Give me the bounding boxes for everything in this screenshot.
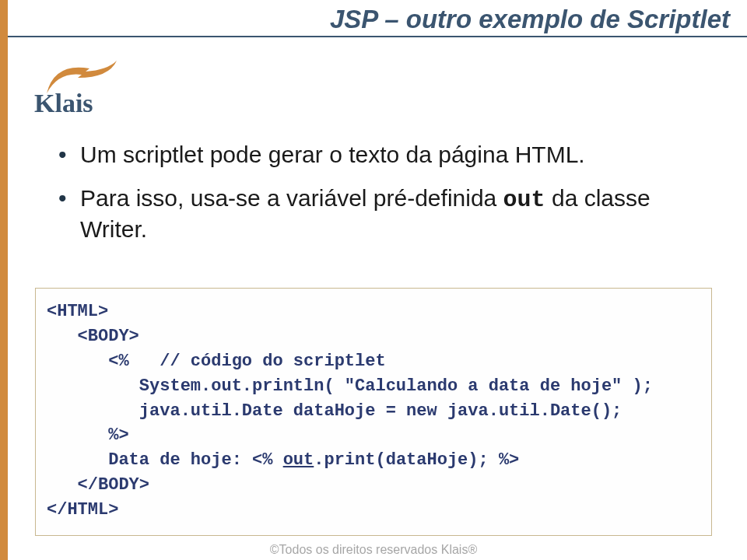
bullet-list: Um scriptlet pode gerar o texto da págin… xyxy=(58,140,696,244)
bullet-item: Um scriptlet pode gerar o texto da págin… xyxy=(58,140,696,170)
code-line: java.util.Date dataHoje = new java.util.… xyxy=(47,401,622,421)
logo-text: Klais xyxy=(34,89,93,117)
code-line-part: Data de hoje: <% xyxy=(47,450,283,470)
code-line: <HTML> xyxy=(47,302,108,321)
slide-title: JSP – outro exemplo de Scriptlet xyxy=(0,5,747,34)
logo-klais: Klais xyxy=(31,54,140,117)
bullet-mono: out xyxy=(503,187,545,213)
footer-text: ©Todos os direitos reservados Klais® xyxy=(0,543,747,557)
code-line: System.out.println( "Calculando a data d… xyxy=(47,376,653,396)
top-rule xyxy=(8,36,747,37)
code-line: <BODY> xyxy=(47,327,139,346)
code-line-part: .print(dataHoje); %> xyxy=(314,450,519,470)
bullet-item: Para isso, usa-se a variável pré-definid… xyxy=(58,184,696,244)
code-line: </HTML> xyxy=(47,500,118,520)
bullet-text-before: Para isso, usa-se a variável pré-definid… xyxy=(80,185,503,211)
code-underlined: out xyxy=(283,450,314,470)
code-line: <% // código do scriptlet xyxy=(47,352,386,371)
code-line: </BODY> xyxy=(47,475,149,495)
bullet-text: Um scriptlet pode gerar o texto da págin… xyxy=(80,142,585,167)
content-area: Um scriptlet pode gerar o texto da págin… xyxy=(58,140,696,258)
code-block: <HTML> <BODY> <% // código do scriptlet … xyxy=(35,288,712,536)
left-accent-bar xyxy=(0,0,8,560)
code-line: %> xyxy=(47,425,129,445)
